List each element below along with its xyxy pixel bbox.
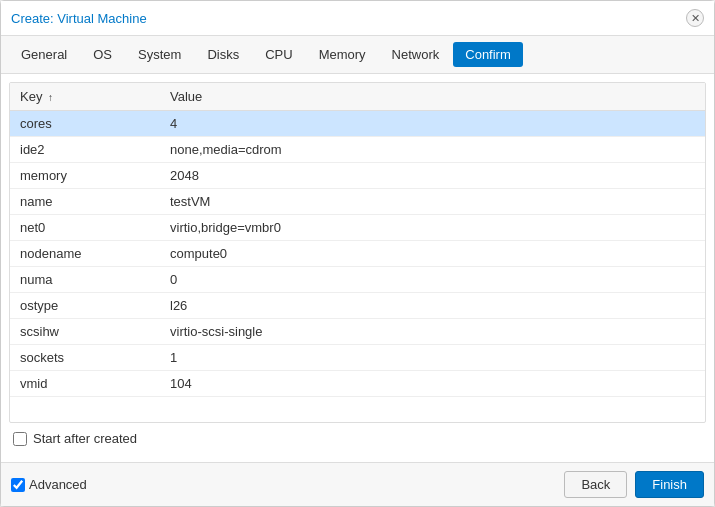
table-cell-key: ostype [10,293,160,319]
main-content: Key ↑ Value cores4ide2none,media=cdromme… [1,74,714,462]
tab-memory[interactable]: Memory [307,42,378,67]
value-header-text: Value [170,89,202,104]
table-cell-key: cores [10,111,160,137]
table-cell-value: compute0 [160,241,705,267]
table-cell-value: 2048 [160,163,705,189]
tab-disks[interactable]: Disks [195,42,251,67]
table-row[interactable]: vmid104 [10,371,705,397]
tab-cpu[interactable]: CPU [253,42,304,67]
tab-network[interactable]: Network [380,42,452,67]
tab-general[interactable]: General [9,42,79,67]
table-cell-key: numa [10,267,160,293]
table-row[interactable]: memory2048 [10,163,705,189]
advanced-label-area: Advanced [11,477,87,492]
create-vm-window: Create: Virtual Machine ✕ General OS Sys… [0,0,715,507]
finish-button[interactable]: Finish [635,471,704,498]
sort-asc-icon: ↑ [48,92,53,103]
table-cell-value: 104 [160,371,705,397]
title-bar: Create: Virtual Machine ✕ [1,1,714,36]
table-row[interactable]: sockets1 [10,345,705,371]
table-cell-value: l26 [160,293,705,319]
table-cell-value: 0 [160,267,705,293]
table-cell-key: net0 [10,215,160,241]
table-cell-key: scsihw [10,319,160,345]
table-cell-value: 4 [160,111,705,137]
table-cell-key: nodename [10,241,160,267]
tab-os[interactable]: OS [81,42,124,67]
key-header-text: Key [20,89,42,104]
table-row[interactable]: nodenamecompute0 [10,241,705,267]
table-row[interactable]: cores4 [10,111,705,137]
close-icon: ✕ [691,12,700,25]
start-after-created-label[interactable]: Start after created [33,431,137,446]
advanced-text: Advanced [29,477,87,492]
back-button[interactable]: Back [564,471,627,498]
table-row[interactable]: nametestVM [10,189,705,215]
table-cell-value: virtio,bridge=vmbr0 [160,215,705,241]
table-cell-value: virtio-scsi-single [160,319,705,345]
table-cell-value: testVM [160,189,705,215]
table-row[interactable]: scsihwvirtio-scsi-single [10,319,705,345]
start-after-created-row: Start after created [9,423,706,454]
value-column-header: Value [160,83,705,111]
table-body: cores4ide2none,media=cdrommemory2048name… [10,111,705,397]
table-cell-value: 1 [160,345,705,371]
tab-system[interactable]: System [126,42,193,67]
tab-confirm[interactable]: Confirm [453,42,523,67]
start-after-created-checkbox[interactable] [13,432,27,446]
table-row[interactable]: ostypel26 [10,293,705,319]
close-button[interactable]: ✕ [686,9,704,27]
advanced-checkbox[interactable] [11,478,25,492]
tab-bar: General OS System Disks CPU Memory Netwo… [1,36,714,74]
key-column-header[interactable]: Key ↑ [10,83,160,111]
table-cell-key: sockets [10,345,160,371]
bottom-bar: Advanced Back Finish [1,462,714,506]
table-header-row: Key ↑ Value [10,83,705,111]
window-title: Create: Virtual Machine [11,11,147,26]
confirm-table: Key ↑ Value cores4ide2none,media=cdromme… [10,83,705,397]
table-row[interactable]: numa0 [10,267,705,293]
table-row[interactable]: ide2none,media=cdrom [10,137,705,163]
confirm-table-wrapper: Key ↑ Value cores4ide2none,media=cdromme… [9,82,706,423]
table-row[interactable]: net0virtio,bridge=vmbr0 [10,215,705,241]
table-cell-value: none,media=cdrom [160,137,705,163]
table-cell-key: memory [10,163,160,189]
table-cell-key: name [10,189,160,215]
table-cell-key: ide2 [10,137,160,163]
table-cell-key: vmid [10,371,160,397]
